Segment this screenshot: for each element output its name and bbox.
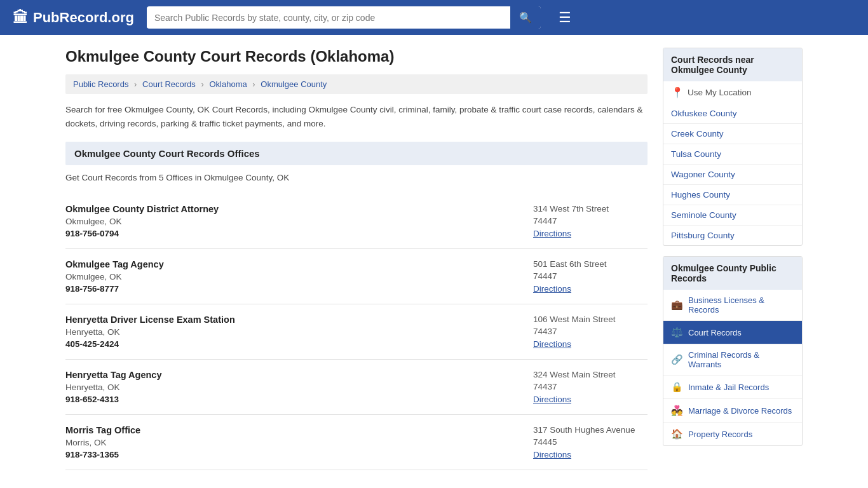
office-address: 501 East 6th Street <box>533 259 648 269</box>
nearby-county-item: Wagoner County <box>663 165 802 185</box>
record-icon-5: 🏠 <box>671 428 683 440</box>
page-title: Okmulgee County Court Records (Oklahoma) <box>65 48 648 65</box>
main-container: Okmulgee County Court Records (Oklahoma)… <box>53 35 815 483</box>
nearby-county-link-5[interactable]: Seminole County <box>663 205 802 225</box>
nearby-county-link-3[interactable]: Wagoner County <box>663 165 802 184</box>
office-right-3: 324 West Main Street 74437 Directions <box>533 370 648 404</box>
section-header: Okmulgee County Court Records Offices <box>65 142 648 165</box>
office-name: Henryetta Driver License Exam Station <box>65 315 235 325</box>
nearby-county-item: Creek County <box>663 124 802 144</box>
breadcrumb-sep-1: › <box>134 79 137 89</box>
menu-button[interactable]: ☰ <box>553 7 576 29</box>
content-area: Okmulgee County Court Records (Oklahoma)… <box>65 48 648 470</box>
nearby-county-link-1[interactable]: Creek County <box>663 124 802 144</box>
office-zip: 74437 <box>533 382 648 391</box>
office-name: Morris Tag Office <box>65 425 140 435</box>
search-icon: 🔍 <box>519 12 532 23</box>
office-city: Henryetta, OK <box>65 327 235 337</box>
public-records-list: 💼 Business Licenses & Records ⚖️ Court R… <box>663 290 802 445</box>
office-phone: 918-756-0794 <box>65 229 219 238</box>
office-city: Okmulgee, OK <box>65 272 164 281</box>
record-label-3: Inmate & Jail Records <box>688 383 769 392</box>
office-name: Okmulgee Tag Agency <box>65 259 164 269</box>
nearby-county-link-0[interactable]: Okfuskee County <box>663 104 802 123</box>
office-left-0: Okmulgee County District Attorney Okmulg… <box>65 204 219 238</box>
office-zip: 74437 <box>533 327 648 336</box>
logo-icon: 🏛 <box>13 9 28 27</box>
public-records-box: Okmulgee County Public Records 💼 Busines… <box>663 256 803 446</box>
breadcrumb: Public Records › Court Records › Oklahom… <box>65 74 648 94</box>
nearby-county-item: Okfuskee County <box>663 104 802 124</box>
office-zip: 74447 <box>533 271 648 281</box>
office-phone: 918-652-4313 <box>65 395 162 404</box>
public-record-item: 🔒 Inmate & Jail Records <box>663 376 802 399</box>
office-city: Morris, OK <box>65 438 140 447</box>
public-record-item: 🏠 Property Records <box>663 423 802 445</box>
search-button[interactable]: 🔍 <box>510 6 541 29</box>
office-entry: Okmulgee Tag Agency Okmulgee, OK 918-756… <box>65 249 648 304</box>
office-address: 324 West Main Street <box>533 370 648 379</box>
sidebar: Court Records near Okmulgee County 📍 Use… <box>663 48 803 470</box>
office-zip: 74445 <box>533 437 648 447</box>
public-record-link-1[interactable]: ⚖️ Court Records <box>663 321 802 344</box>
public-record-link-3[interactable]: 🔒 Inmate & Jail Records <box>663 376 802 398</box>
nearby-county-link-6[interactable]: Pittsburg County <box>663 226 802 245</box>
site-logo[interactable]: 🏛 PubRecord.org <box>13 9 134 27</box>
nearby-counties-list: Okfuskee CountyCreek CountyTulsa CountyW… <box>663 104 802 245</box>
office-left-2: Henryetta Driver License Exam Station He… <box>65 315 235 349</box>
office-address: 317 South Hughes Avenue <box>533 425 648 435</box>
nearby-county-link-4[interactable]: Hughes County <box>663 185 802 205</box>
nearby-county-item: Pittsburg County <box>663 226 802 245</box>
office-entry: Okmulgee County District Attorney Okmulg… <box>65 194 648 249</box>
public-record-link-0[interactable]: 💼 Business Licenses & Records <box>663 290 802 320</box>
record-label-4: Marriage & Divorce Records <box>688 406 792 416</box>
breadcrumb-okmulgee[interactable]: Okmulgee County <box>261 79 327 89</box>
use-location-button[interactable]: 📍 Use My Location <box>663 81 802 104</box>
directions-link[interactable]: Directions <box>533 229 571 238</box>
logo-text: PubRecord.org <box>33 10 134 26</box>
location-icon: 📍 <box>671 86 684 98</box>
site-header: 🏛 PubRecord.org 🔍 ☰ <box>0 0 868 35</box>
office-right-4: 317 South Hughes Avenue 74445 Directions <box>533 425 648 459</box>
public-record-link-4[interactable]: 💑 Marriage & Divorce Records <box>663 399 802 422</box>
breadcrumb-sep-2: › <box>201 79 203 89</box>
directions-link[interactable]: Directions <box>533 450 571 459</box>
breadcrumb-public-records[interactable]: Public Records <box>73 79 128 89</box>
public-record-item: 🔗 Criminal Records & Warrants <box>663 344 802 376</box>
public-record-item: 💼 Business Licenses & Records <box>663 290 802 321</box>
office-entry: Henryetta Driver License Exam Station He… <box>65 304 648 360</box>
record-label-2: Criminal Records & Warrants <box>688 350 794 369</box>
offices-count: Get Court Records from 5 Offices in Okmu… <box>65 173 648 182</box>
record-icon-3: 🔒 <box>671 381 683 393</box>
public-records-header: Okmulgee County Public Records <box>663 257 802 290</box>
office-entry: Morris Tag Office Morris, OK 918-733-136… <box>65 415 648 470</box>
directions-link[interactable]: Directions <box>533 339 571 349</box>
record-label-0: Business Licenses & Records <box>688 295 794 315</box>
public-record-item: 💑 Marriage & Divorce Records <box>663 399 802 423</box>
nearby-header: Court Records near Okmulgee County <box>663 48 802 81</box>
record-icon-2: 🔗 <box>671 354 683 365</box>
office-zip: 74447 <box>533 216 648 226</box>
public-record-link-5[interactable]: 🏠 Property Records <box>663 423 802 445</box>
nearby-county-item: Tulsa County <box>663 144 802 165</box>
search-bar: 🔍 <box>147 6 541 29</box>
nearby-county-item: Hughes County <box>663 185 802 205</box>
directions-link[interactable]: Directions <box>533 284 571 294</box>
search-input[interactable] <box>147 8 510 28</box>
office-phone: 918-756-8777 <box>65 284 164 294</box>
page-description: Search for free Okmulgee County, OK Cour… <box>65 103 648 130</box>
office-left-1: Okmulgee Tag Agency Okmulgee, OK 918-756… <box>65 259 164 294</box>
breadcrumb-court-records[interactable]: Court Records <box>142 79 196 89</box>
office-right-2: 106 West Main Street 74437 Directions <box>533 315 648 349</box>
breadcrumb-sep-3: › <box>252 79 255 89</box>
breadcrumb-oklahoma[interactable]: Oklahoma <box>209 79 247 89</box>
use-location-label: Use My Location <box>688 88 752 97</box>
office-left-3: Henryetta Tag Agency Henryetta, OK 918-6… <box>65 370 162 404</box>
office-city: Okmulgee, OK <box>65 217 219 226</box>
office-name: Henryetta Tag Agency <box>65 370 162 380</box>
record-icon-0: 💼 <box>671 299 683 311</box>
nearby-county-link-2[interactable]: Tulsa County <box>663 144 802 164</box>
public-record-link-2[interactable]: 🔗 Criminal Records & Warrants <box>663 344 802 375</box>
record-label-1: Court Records <box>688 328 742 337</box>
directions-link[interactable]: Directions <box>533 395 571 404</box>
